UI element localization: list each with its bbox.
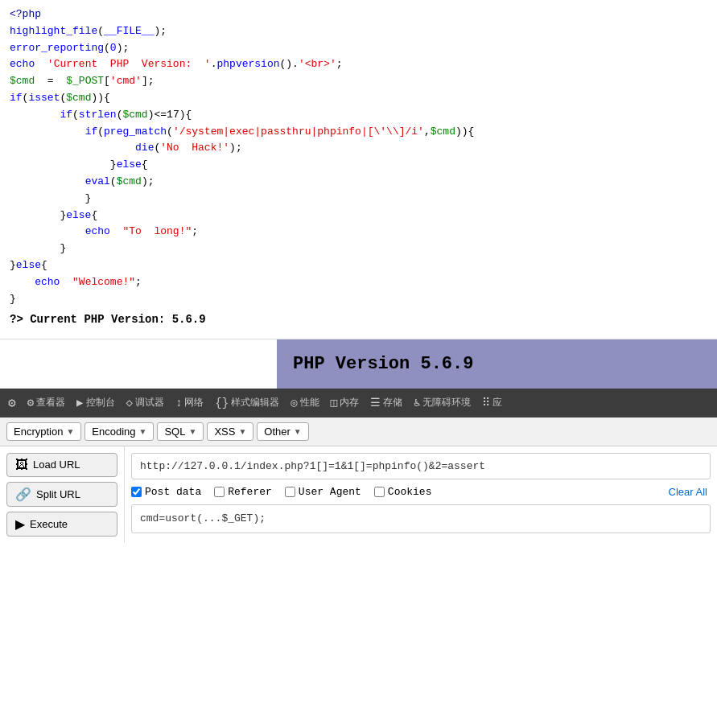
code-line: }: [10, 191, 707, 208]
code-line: error_reporting(0);: [10, 40, 707, 57]
devtools-icon-3: ↕: [175, 397, 182, 409]
toolbar-label-3: XSS: [214, 426, 235, 438]
sidebar-btn-label-2: Execute: [30, 518, 68, 530]
code-line: if(isset($cmd)){: [10, 90, 707, 107]
checkbox-referer[interactable]: Referer: [214, 486, 272, 498]
chevron-down-icon: ▼: [139, 427, 147, 436]
devtools-item-5[interactable]: ◎性能: [286, 394, 323, 411]
devtools-label-8: 无障碍环境: [422, 396, 471, 409]
devtools-icon-8: ♿: [414, 396, 420, 409]
code-line: <?php: [10, 6, 707, 23]
chevron-down-icon: ▼: [188, 427, 196, 436]
devtools-label-6: 内存: [340, 396, 359, 409]
url-input[interactable]: [131, 453, 711, 479]
checkbox-label-3: Cookies: [388, 486, 432, 498]
options-row: Post dataRefererUser AgentCookiesClear A…: [131, 486, 711, 498]
devtools-item-7[interactable]: ☰存储: [365, 394, 407, 411]
checkbox-input-3[interactable]: [374, 487, 385, 497]
code-line: echo 'Current PHP Version: '.phpversion(…: [10, 56, 707, 73]
devtools-label-5: 性能: [300, 396, 319, 409]
code-line: }else{: [10, 208, 707, 224]
toolbar-label-0: Encryption: [14, 426, 63, 438]
code-line: $cmd = $_POST['cmd'];: [10, 73, 707, 90]
toolbar-dropdown-sql[interactable]: SQL▼: [157, 422, 204, 441]
checkbox-label-1: Referer: [228, 486, 272, 498]
sidebar-btn-icon-0: 🖼: [15, 458, 28, 472]
code-line: }else{: [10, 257, 707, 274]
sidebar-btn-icon-1: 🔗: [15, 487, 31, 502]
devtools-hack-icon[interactable]: ⚙: [3, 393, 21, 413]
toolbar-dropdown-xss[interactable]: XSS▼: [207, 422, 253, 441]
toolbar-label-1: Encoding: [92, 426, 135, 438]
sidebar-btn-label-0: Load URL: [33, 459, 80, 471]
devtools-label-3: 网络: [184, 396, 204, 409]
php-banner: PHP Version 5.6.9: [277, 339, 717, 389]
devtools-label-4: 样式编辑器: [231, 396, 279, 409]
devtools-icon-1: ▶: [76, 396, 83, 409]
sidebar-btn-icon-2: ▶: [15, 516, 25, 532]
devtools-item-3[interactable]: ↕网络: [171, 394, 208, 411]
checkbox-post-data[interactable]: Post data: [131, 486, 201, 498]
sidebar-btn-split-url[interactable]: 🔗Split URL: [6, 482, 117, 507]
code-line: }: [10, 241, 707, 257]
devtools-icon-2: ◇: [126, 396, 133, 409]
devtools-icon-5: ◎: [291, 396, 297, 409]
checkbox-user-agent[interactable]: User Agent: [285, 486, 361, 498]
chevron-down-icon: ▼: [66, 427, 74, 436]
devtools-item-9[interactable]: ⠿应: [477, 394, 507, 411]
code-line: }else{: [10, 157, 707, 174]
code-area: <?phphighlight_file(__FILE__);error_repo…: [0, 0, 717, 339]
devtools-icon-7: ☰: [370, 396, 381, 409]
devtools-label-9: 应: [492, 396, 502, 409]
devtools-icon-4: {}: [215, 397, 229, 409]
post-data-input[interactable]: [131, 504, 711, 533]
toolbar-dropdown-encryption[interactable]: Encryption▼: [6, 422, 81, 441]
code-line: echo "Welcome!";: [10, 274, 707, 291]
sidebar: 🖼Load URL🔗Split URL▶Execute: [0, 446, 125, 543]
devtools-item-6[interactable]: ◫内存: [326, 394, 364, 411]
devtools-icon-9: ⠿: [482, 396, 490, 409]
toolbar-label-4: Other: [264, 426, 291, 438]
devtools-label-7: 存储: [383, 396, 402, 409]
devtools-item-8[interactable]: ♿无障碍环境: [409, 394, 476, 411]
checkbox-label-0: Post data: [145, 486, 201, 498]
code-line: if(preg_match('/system|exec|passthru|php…: [10, 124, 707, 141]
devtools-item-4[interactable]: {}样式编辑器: [210, 394, 284, 411]
chevron-down-icon: ▼: [294, 427, 302, 436]
code-line: }: [10, 291, 707, 308]
code-line: if(strlen($cmd)<=17){: [10, 107, 707, 124]
devtools-item-0[interactable]: ⚙查看器: [23, 394, 70, 411]
main-panel: 🖼Load URL🔗Split URL▶Execute Post dataRef…: [0, 446, 717, 543]
sidebar-btn-label-1: Split URL: [36, 488, 80, 500]
devtools-label-2: 调试器: [135, 396, 164, 409]
checkbox-cookies[interactable]: Cookies: [374, 486, 432, 498]
code-line: echo "To long!";: [10, 224, 707, 241]
code-line: eval($cmd);: [10, 174, 707, 191]
sidebar-btn-execute[interactable]: ▶Execute: [6, 512, 117, 537]
devtools-icon-0: ⚙: [27, 396, 34, 409]
output-line: ?> Current PHP Version: 5.6.9: [10, 307, 707, 331]
code-line: highlight_file(__FILE__);: [10, 23, 707, 40]
toolbar-dropdown-other[interactable]: Other▼: [257, 422, 308, 441]
checkbox-input-2[interactable]: [285, 487, 295, 497]
devtools-label-0: 查看器: [36, 396, 65, 409]
devtools-bar[interactable]: ⚙⚙查看器▶控制台◇调试器↕网络{}样式编辑器◎性能◫内存☰存储♿无障碍环境⠿应: [0, 389, 717, 417]
devtools-label-1: 控制台: [86, 396, 115, 409]
toolbar: Encryption▼Encoding▼SQL▼XSS▼Other▼: [0, 417, 717, 446]
chevron-down-icon: ▼: [238, 427, 246, 436]
code-line: die('No Hack!');: [10, 140, 707, 157]
devtools-item-2[interactable]: ◇调试器: [122, 394, 169, 411]
checkbox-input-0[interactable]: [131, 487, 142, 497]
checkbox-input-1[interactable]: [214, 487, 225, 497]
checkbox-label-2: User Agent: [299, 486, 361, 498]
toolbar-label-2: SQL: [164, 426, 185, 438]
toolbar-dropdown-encoding[interactable]: Encoding▼: [84, 422, 154, 441]
devtools-item-1[interactable]: ▶控制台: [72, 394, 119, 411]
sidebar-btn-load-url[interactable]: 🖼Load URL: [6, 453, 117, 477]
devtools-icon-6: ◫: [331, 396, 337, 409]
clear-all-button[interactable]: Clear All: [669, 486, 711, 498]
content-area: Post dataRefererUser AgentCookiesClear A…: [125, 446, 717, 543]
